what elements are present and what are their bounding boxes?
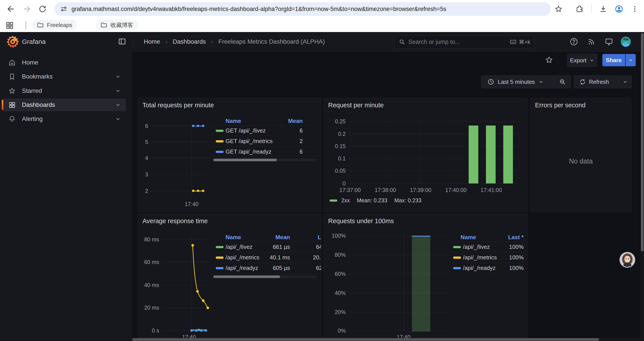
search-input[interactable]: Search or jump to... ⌘+k — [394, 35, 534, 49]
search-icon — [399, 39, 405, 45]
bell-icon — [8, 115, 16, 123]
panel-title[interactable]: Errors per second — [535, 102, 586, 109]
time-range-picker[interactable]: Last 5 minutes — [482, 78, 544, 85]
sidebar-label: Bookmarks — [22, 73, 52, 80]
vertical-scrollbar-track[interactable] — [640, 32, 644, 341]
help-icon[interactable] — [569, 37, 579, 47]
col-header-mean[interactable]: Mean — [288, 118, 303, 124]
panel-title[interactable]: Requests under 100ms — [328, 217, 394, 225]
grafana-header: Grafana Home › Dashboards › Freeleaps Me… — [0, 32, 644, 52]
user-avatar[interactable] — [621, 37, 631, 47]
sidebar: Home Bookmarks Starred Dashboards Alerti… — [0, 52, 132, 341]
share-button[interactable]: Share — [602, 54, 625, 66]
forward-icon[interactable] — [20, 3, 33, 15]
col-header-name[interactable]: Name — [226, 118, 241, 124]
header-divider — [133, 36, 133, 48]
panel-title[interactable]: Total requests per minute — [142, 102, 214, 109]
legend-row[interactable]: GET /api/_/readyz 6 — [213, 147, 317, 157]
y-tick: 0.05 — [326, 168, 346, 174]
browser-toolbar: grafana.mathmast.com/d/deytv4rwavabkb/fr… — [0, 0, 644, 18]
share-menu-button[interactable] — [626, 54, 636, 66]
sidebar-item-alerting[interactable]: Alerting — [2, 113, 126, 125]
url-text: grafana.mathmast.com/d/deytv4rwavabkb/fr… — [72, 6, 446, 13]
search-placeholder: Search or jump to... — [408, 39, 460, 46]
breadcrumb-separator: › — [166, 38, 168, 45]
apps-grid-icon[interactable] — [5, 21, 15, 30]
legend-item-2xx[interactable]: 2xx Mean: 0.233 Max: 0.233 — [330, 197, 422, 204]
download-icon[interactable] — [597, 3, 609, 15]
chevron-down-icon[interactable] — [115, 74, 121, 80]
bookmark-folder-freeleaps[interactable]: Freeleaps — [32, 20, 77, 30]
bookmark-label: Freeleaps — [47, 22, 72, 29]
sidebar-item-starred[interactable]: Starred — [2, 85, 126, 97]
favorite-star-icon[interactable] — [545, 56, 553, 64]
y-tick: 0.15 — [326, 143, 346, 149]
legend-row[interactable]: /api/_/readyz 100% — [450, 263, 524, 273]
legend-row[interactable]: GET /api/_/livez 6 — [213, 126, 317, 136]
y-tick: 6 — [138, 123, 148, 129]
sidebar-toggle-icon[interactable] — [118, 37, 127, 46]
avatar-face — [624, 256, 630, 262]
sidebar-item-home[interactable]: Home — [2, 56, 126, 69]
col-header-name[interactable]: Name — [226, 234, 241, 241]
back-icon[interactable] — [5, 3, 17, 15]
panel-total-requests-per-minute: Total requests per minute 6 5 4 3 2 17:4… — [138, 98, 321, 212]
sidebar-item-bookmarks[interactable]: Bookmarks — [2, 70, 126, 83]
reload-icon[interactable] — [36, 3, 49, 15]
chevron-down-icon[interactable] — [115, 116, 121, 122]
clock-icon — [487, 78, 494, 85]
bar-2xx — [469, 126, 478, 183]
legend-table: Name Mean GET /api/_/livez 6 GET /api/_/… — [213, 117, 317, 157]
panel-title[interactable]: Request per minute — [328, 102, 384, 109]
legend-row[interactable]: /api/_/metrics 100% — [450, 252, 524, 263]
tune-icon[interactable] — [60, 5, 68, 13]
toolbar-divider — [592, 5, 592, 13]
y-tick: 20% — [326, 309, 346, 315]
legend-row[interactable]: /api/_/metrics 40.1 ms 20.5 ms — [213, 252, 321, 263]
breadcrumb-dashboards[interactable]: Dashboards — [173, 38, 206, 45]
y-tick: 80% — [326, 252, 346, 258]
col-header-mean[interactable]: Mean — [276, 234, 290, 241]
extensions-icon[interactable] — [574, 3, 586, 15]
news-rss-icon[interactable] — [586, 37, 596, 47]
monitor-icon[interactable] — [604, 37, 614, 47]
breadcrumb-separator: › — [211, 38, 213, 45]
grafana-brand: Grafana — [22, 32, 46, 51]
col-header-last[interactable]: Last * — [318, 234, 321, 241]
profile-icon[interactable] — [613, 3, 625, 15]
y-tick: 3 — [138, 172, 148, 177]
sidebar-item-dashboards[interactable]: Dashboards — [2, 99, 126, 111]
chevron-down-icon[interactable] — [115, 102, 121, 108]
bookmark-folder-blogs[interactable]: 收藏博客 — [96, 20, 138, 30]
refresh-interval-button[interactable] — [618, 76, 632, 88]
breadcrumb-home[interactable]: Home — [144, 38, 160, 45]
vertical-scrollbar-thumb[interactable] — [641, 33, 644, 251]
legend-row[interactable]: /api/_/livez 100% — [450, 242, 524, 252]
col-header-last[interactable]: Last * — [508, 234, 524, 241]
chevron-down-icon[interactable] — [115, 88, 121, 94]
col-header-name[interactable]: Name — [460, 234, 476, 241]
legend-row[interactable]: /api/_/livez 661 µs 646 µs — [213, 242, 321, 252]
assistant-avatar[interactable] — [620, 252, 635, 268]
y-tick: 0.25 — [326, 119, 346, 124]
legend-scrollbar[interactable] — [213, 275, 317, 278]
horizontal-scrollbar-track[interactable] — [132, 338, 640, 341]
zoom-out-icon[interactable] — [554, 76, 570, 88]
grafana-logo[interactable] — [6, 35, 19, 48]
menu-dots-icon[interactable] — [629, 3, 641, 15]
export-button[interactable]: Export — [567, 54, 597, 67]
refresh-button[interactable]: Refresh — [574, 79, 609, 85]
home-icon — [8, 59, 16, 66]
bookmark-star-icon[interactable] — [552, 3, 565, 15]
sidebar-label: Dashboards — [22, 101, 55, 108]
legend-scrollbar[interactable] — [213, 159, 317, 161]
horizontal-scrollbar-thumb[interactable] — [132, 338, 599, 341]
legend-row[interactable]: GET /api/_/metrics 2 — [213, 136, 317, 147]
series-color-pill — [216, 151, 224, 153]
legend-table: Name Last * /api/_/livez 100% /api/_/met… — [450, 233, 524, 273]
url-bar[interactable]: grafana.mathmast.com/d/deytv4rwavabkb/fr… — [54, 2, 551, 16]
legend-row[interactable]: /api/_/readyz 605 µs 620 µs — [213, 263, 321, 273]
series-color-pill — [330, 199, 337, 202]
series-color-pill — [216, 256, 224, 259]
y-tick: 5 — [138, 139, 148, 145]
